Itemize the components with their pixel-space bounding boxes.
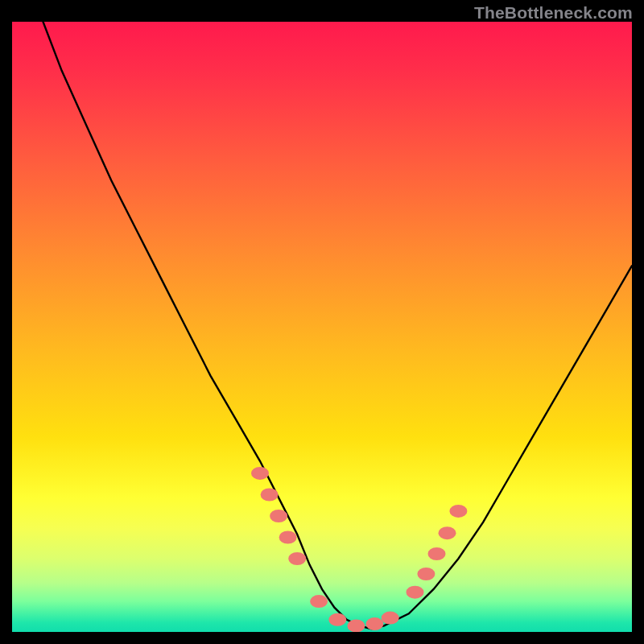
plot-area [12, 22, 632, 632]
marker-dot [328, 613, 346, 626]
marker-dot [279, 531, 297, 544]
marker-dot [382, 612, 399, 625]
marker-dot [428, 547, 446, 560]
marker-dot [365, 617, 383, 630]
marker-dot [251, 467, 269, 480]
marker-dot [439, 526, 456, 539]
marker-dot [310, 595, 328, 608]
highlight-dots [251, 467, 467, 632]
chart-stage: TheBottleneck.com [0, 0, 644, 644]
marker-dot [270, 510, 287, 522]
marker-dot [288, 552, 306, 565]
marker-dot [417, 568, 435, 580]
marker-dot [347, 619, 365, 632]
markers-svg [12, 22, 632, 632]
marker-dot [449, 505, 467, 518]
watermark-text: TheBottleneck.com [474, 3, 633, 23]
marker-dot [407, 586, 424, 599]
marker-dot [261, 489, 279, 502]
